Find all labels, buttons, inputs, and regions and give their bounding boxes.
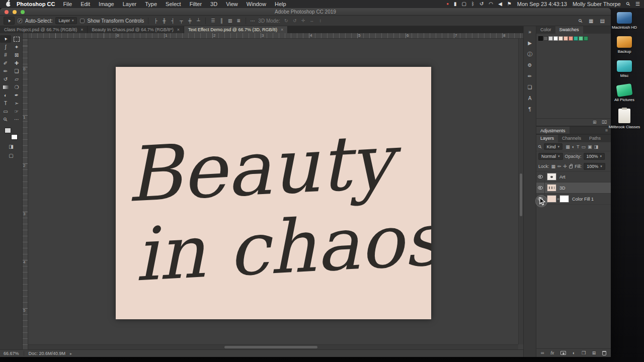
color-swatch[interactable] bbox=[543, 36, 548, 41]
wifi-icon[interactable]: ◠ bbox=[489, 0, 493, 8]
lasso-tool[interactable]: ʃ bbox=[0, 43, 11, 51]
auto-select-checkbox[interactable]: ✓ bbox=[18, 19, 22, 23]
align-bottom-icon[interactable]: ┴ bbox=[195, 18, 201, 23]
search-icon[interactable]: ⚲ bbox=[577, 18, 584, 24]
shape-tool[interactable]: ▭ bbox=[0, 108, 11, 115]
tab-close-icon[interactable]: × bbox=[177, 27, 180, 32]
menu-item[interactable]: 3D bbox=[210, 1, 217, 7]
keyboard-flag-icon[interactable]: ⚑ bbox=[507, 0, 512, 8]
adjustments-panel-tab[interactable]: Adjustments bbox=[536, 127, 570, 134]
menu-item[interactable]: Help bbox=[275, 1, 286, 7]
layer-thumbnail[interactable] bbox=[547, 173, 556, 180]
frame-tool[interactable]: ⊠ bbox=[11, 51, 22, 59]
paragraph-icon[interactable]: ¶ bbox=[524, 104, 536, 115]
filter-smart-objects-icon[interactable]: ▣ bbox=[588, 144, 592, 149]
close-button[interactable] bbox=[5, 10, 9, 14]
apple-menu-icon[interactable] bbox=[6, 2, 11, 7]
horizontal-scrollbar[interactable] bbox=[28, 344, 518, 349]
new-layer-icon[interactable]: ⊞ bbox=[592, 350, 596, 355]
screen-mode-icon[interactable]: ▢ bbox=[9, 153, 13, 158]
new-adjustment-layer-icon[interactable]: ◐ bbox=[573, 350, 575, 355]
filter-type-layers-icon[interactable]: T bbox=[577, 144, 580, 149]
menu-item[interactable]: Edit bbox=[80, 1, 90, 7]
filter-shape-layers-icon[interactable]: ▭ bbox=[582, 144, 586, 149]
3d-roll-icon[interactable]: ↺ bbox=[292, 18, 298, 23]
align-top-icon[interactable]: ┬ bbox=[178, 18, 184, 23]
panel-tab[interactable]: Channels bbox=[558, 135, 585, 142]
battery-icon[interactable]: ▮ bbox=[454, 0, 457, 8]
layer-mask-thumbnail[interactable] bbox=[559, 195, 569, 203]
new-group-icon[interactable]: ❒ bbox=[582, 350, 586, 355]
opacity-dropdown[interactable]: 100% ▾ bbox=[584, 153, 605, 160]
collapse-panels-icon[interactable]: » bbox=[524, 27, 536, 38]
desktop-icon-backup[interactable]: Backup bbox=[606, 36, 642, 54]
color-swatch[interactable] bbox=[564, 36, 568, 41]
tab-close-icon[interactable]: × bbox=[281, 27, 283, 32]
3d-pan-icon[interactable]: ✛ bbox=[300, 18, 306, 23]
desktop-icon-misc[interactable]: Misc bbox=[606, 60, 642, 78]
distribute-vertical-icon[interactable]: ☰ bbox=[210, 18, 216, 23]
ruler-vertical[interactable]: 0123456 bbox=[23, 39, 28, 349]
document-tab[interactable]: Beauty In Chaos.psd @ 64.7% (RGB/8*) × bbox=[88, 26, 184, 33]
layer-style-icon[interactable]: fx bbox=[550, 350, 554, 355]
brush-settings-icon[interactable]: ✏ bbox=[524, 71, 536, 82]
layer-thumbnail[interactable] bbox=[547, 184, 556, 192]
distribute-heights-icon[interactable]: ≣ bbox=[235, 18, 242, 23]
filter-pixel-layers-icon[interactable]: ▦ bbox=[566, 144, 570, 149]
new-swatch-icon[interactable]: ⊞ bbox=[593, 120, 597, 125]
eyedropper-tool[interactable]: ✐ bbox=[0, 59, 11, 67]
properties-icon[interactable]: ⚙ bbox=[524, 60, 536, 71]
bluetooth-icon[interactable]: ᛒ bbox=[471, 0, 474, 8]
tab-close-icon[interactable]: × bbox=[80, 27, 83, 32]
status-options-arrow[interactable]: ▸ bbox=[70, 351, 72, 356]
time-machine-icon[interactable]: ↺ bbox=[479, 0, 484, 8]
color-swatch[interactable] bbox=[579, 36, 583, 41]
show-transform-checkbox[interactable] bbox=[80, 19, 85, 23]
menu-item[interactable]: Window bbox=[247, 1, 266, 7]
foreground-color-swatch[interactable] bbox=[5, 128, 11, 133]
lock-transparent-pixels-icon[interactable]: ▦ bbox=[551, 164, 556, 169]
volume-icon[interactable]: ◀ bbox=[498, 0, 502, 8]
canvas-area[interactable]: 012345678 0123456 Beauty in chaos bbox=[23, 33, 523, 349]
edit-toolbar-icon[interactable]: ⋯ bbox=[11, 116, 22, 123]
move-tool[interactable]: ➤ bbox=[0, 35, 11, 43]
character-icon[interactable]: A bbox=[524, 93, 536, 104]
window-titlebar[interactable]: Adobe Photoshop CC 2019 bbox=[0, 8, 611, 16]
eraser-tool[interactable]: ▱ bbox=[11, 75, 22, 83]
blend-mode-dropdown[interactable]: Normal ▾ bbox=[538, 153, 563, 160]
desktop-icon-all-pictures[interactable]: All Pictures bbox=[606, 84, 642, 102]
share-icon[interactable]: ▤ bbox=[600, 18, 605, 24]
current-tool-icon[interactable]: ➤ bbox=[4, 17, 15, 25]
layer-visibility-toggle[interactable] bbox=[536, 171, 545, 182]
layer-name[interactable]: 3D bbox=[559, 186, 566, 191]
distribute-horizontal-icon[interactable]: ║ bbox=[218, 18, 224, 23]
ruler-horizontal[interactable]: 012345678 bbox=[28, 33, 523, 39]
menu-item[interactable]: View bbox=[226, 1, 238, 7]
distribute-widths-icon[interactable]: ▥ bbox=[227, 18, 233, 23]
layer-row[interactable]: ∞ Color Fill 1 bbox=[536, 194, 611, 205]
zoom-tool[interactable]: ⚲ bbox=[0, 116, 11, 123]
align-left-icon[interactable]: ├ bbox=[152, 18, 158, 23]
3d-orbit-icon[interactable]: ↻ bbox=[283, 18, 289, 23]
display-icon[interactable]: ▢ bbox=[462, 0, 466, 8]
history-brush-tool[interactable]: ↺ bbox=[0, 75, 11, 83]
gradient-tool[interactable] bbox=[0, 83, 11, 91]
brush-tool[interactable]: ✏ bbox=[0, 67, 11, 75]
panel-tab[interactable]: Color bbox=[536, 26, 555, 34]
document-tab[interactable]: Class Project.psd @ 66.7% (RGB/8) × bbox=[0, 26, 88, 33]
more-options-icon[interactable]: ⋯ bbox=[250, 18, 255, 24]
align-middle-icon[interactable]: ╪ bbox=[187, 18, 193, 23]
align-center-horizontal-icon[interactable]: ╫ bbox=[161, 18, 167, 23]
color-swatch[interactable] bbox=[558, 36, 563, 41]
quick-mask-icon[interactable]: ◨ bbox=[9, 144, 13, 149]
healing-brush-tool[interactable]: ✚ bbox=[11, 59, 22, 67]
app-menu-title[interactable]: Photoshop CC bbox=[17, 1, 55, 7]
delete-layer-icon[interactable] bbox=[602, 351, 606, 355]
link-layers-icon[interactable]: ∞ bbox=[541, 350, 544, 355]
menu-item[interactable]: Type bbox=[145, 1, 157, 7]
background-color-swatch[interactable] bbox=[11, 134, 18, 140]
align-right-icon[interactable]: ┤ bbox=[170, 18, 176, 23]
info-icon[interactable]: ⓘ bbox=[524, 49, 536, 60]
lock-position-icon[interactable]: ✛ bbox=[564, 164, 568, 169]
color-swatch[interactable] bbox=[569, 36, 573, 41]
